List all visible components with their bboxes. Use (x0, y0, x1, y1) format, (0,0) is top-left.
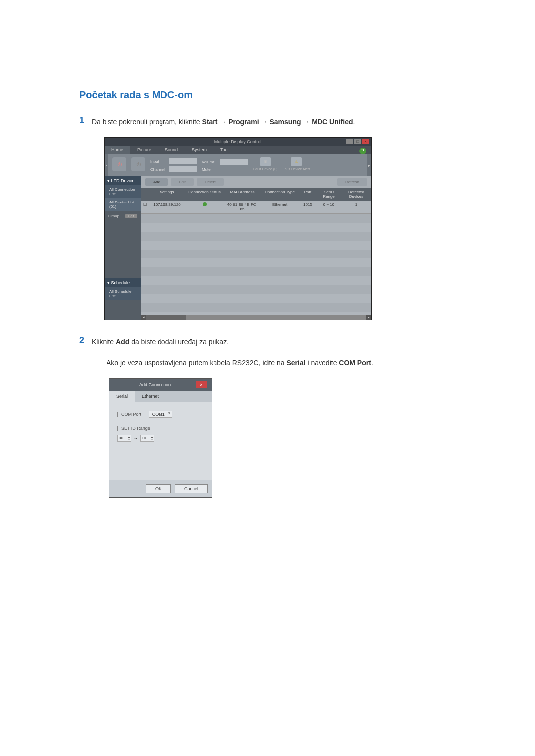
th-port: Port (299, 188, 317, 201)
step-1-prefix: Da biste pokrenuli program, kliknite (92, 118, 202, 126)
channel-field[interactable] (169, 166, 197, 172)
add-button[interactable]: Add (145, 178, 168, 186)
sub-suffix: . (371, 359, 373, 367)
th-setid: SetID Range (317, 188, 341, 201)
step-1: 1 Da biste pokrenuli program, kliknite S… (79, 115, 456, 127)
sep: → (217, 118, 228, 126)
toolbar-right-arrow[interactable]: ▸ (367, 154, 371, 176)
input-channel-group: Input Channel (150, 157, 197, 173)
toolbar-left-arrow[interactable]: ◂ (105, 154, 108, 176)
mdc-window: Multiple Display Control – □ × Home Pict… (104, 137, 372, 320)
maximize-button[interactable]: □ (354, 139, 361, 144)
row-conntype: Ethernet (261, 201, 299, 213)
sub-instruction: Ako je veza uspostavljena putem kabela R… (107, 357, 456, 368)
scroll-thumb[interactable] (146, 315, 186, 320)
group-edit-button[interactable]: Edit (125, 214, 137, 218)
path-start: Start (202, 118, 218, 126)
scroll-left-icon[interactable]: ◂ (141, 315, 146, 320)
th-checkbox (141, 188, 148, 201)
add-connection-screenshot: Add Connection × Serial Ethernet COM Por… (109, 378, 456, 498)
sub-serial: Serial (286, 359, 305, 367)
alert-icon-image: ⚠ (291, 157, 302, 166)
power-off-icon[interactable]: ⏻ (131, 157, 145, 171)
sidebar-all-schedule[interactable]: All Schedule List (105, 287, 141, 300)
th-mac: MAC Address (223, 188, 261, 201)
tab-picture[interactable]: Picture (130, 146, 158, 154)
mdc-body: ▾ LFD Device All Connection List All Dev… (105, 176, 371, 320)
window-title: Multiple Display Control (214, 139, 262, 144)
ok-button[interactable]: OK (146, 484, 171, 493)
sub-comport: COM Port (339, 359, 371, 367)
path-mdc: MDC Unified (312, 118, 353, 126)
sidebar-all-device[interactable]: All Device List (01) (105, 198, 141, 211)
setid-row: SET ID Range 00 ▴▾ ~ 10 ▴▾ (117, 426, 204, 442)
close-button[interactable]: × (362, 139, 369, 144)
row-checkbox[interactable]: ☐ (141, 201, 148, 213)
range-to-spinner[interactable]: 10 ▴▾ (140, 435, 154, 442)
main-tabs: Home Picture Sound System Tool (105, 146, 371, 154)
titlebar: Multiple Display Control – □ × (105, 138, 371, 146)
row-settings: 107.108.89.126 (148, 201, 186, 213)
sidebar-spacer (105, 221, 141, 278)
step-number: 1 (79, 115, 92, 126)
dialog-footer: OK Cancel (109, 480, 212, 497)
main-button-bar: Add Edit Delete Refresh (141, 176, 371, 188)
mdc-main-screenshot: Multiple Display Control – □ × Home Pict… (104, 137, 456, 320)
th-conntype: Connection Type (261, 188, 299, 201)
tab-home[interactable]: Home (105, 146, 130, 154)
edit-button[interactable]: Edit (171, 178, 194, 186)
volume-label: Volume (202, 160, 218, 164)
comport-select[interactable]: COM1 (149, 411, 172, 418)
row-mac: 40-61-86-4E-FC-65 (223, 201, 261, 213)
sidebar: ▾ LFD Device All Connection List All Dev… (105, 176, 141, 320)
horizontal-scrollbar[interactable]: ◂ ▸ (141, 315, 371, 320)
tab-tool[interactable]: Tool (214, 146, 236, 154)
volume-field[interactable] (220, 159, 248, 165)
th-settings: Settings (148, 188, 186, 201)
empty-table-area (141, 214, 371, 315)
tab-serial[interactable]: Serial (109, 391, 135, 402)
range-separator: ~ (134, 436, 137, 441)
dialog-close-button[interactable]: × (196, 381, 207, 388)
step-2-prefix: Kliknite (92, 338, 116, 346)
sidebar-group-row: Group Edit (105, 211, 141, 221)
fault-alert-icon[interactable]: ⚠ Fault Device Alert (282, 157, 310, 173)
dialog-tabs: Serial Ethernet (109, 391, 212, 402)
path-samsung: Samsung (269, 118, 301, 126)
step-2: 2 Kliknite Add da biste dodali uređaj za… (79, 335, 456, 347)
scroll-right-icon[interactable]: ▸ (366, 315, 371, 320)
sep: → (301, 118, 312, 126)
page-title: Početak rada s MDC-om (79, 89, 456, 101)
refresh-button[interactable]: Refresh (337, 178, 367, 186)
fault-icon-image: ▣ (260, 157, 271, 166)
channel-label: Channel (150, 167, 167, 172)
sidebar-schedule-header[interactable]: ▾ Schedule (105, 278, 141, 287)
spinner-buttons-icon[interactable]: ▴▾ (151, 436, 153, 441)
cancel-button[interactable]: Cancel (175, 484, 208, 493)
tab-ethernet[interactable]: Ethernet (135, 391, 165, 402)
sidebar-lfd-header[interactable]: ▾ LFD Device (105, 176, 141, 185)
input-label: Input (150, 159, 167, 164)
status-dot-icon (203, 202, 207, 206)
input-select[interactable] (169, 158, 197, 164)
range-to-value: 10 (142, 436, 146, 441)
tab-system[interactable]: System (185, 146, 214, 154)
mute-label: Mute (202, 167, 218, 172)
power-on-icon[interactable]: ⏻ (112, 157, 126, 171)
setid-label: SET ID Range (117, 426, 204, 431)
sidebar-all-connection[interactable]: All Connection List (105, 185, 141, 198)
row-detected: 1 (341, 201, 371, 213)
sep: → (259, 118, 270, 126)
group-label: Group (108, 214, 119, 218)
delete-button[interactable]: Delete (197, 178, 224, 186)
window-controls: – □ × (346, 139, 369, 144)
range-from-spinner[interactable]: 00 ▴▾ (117, 435, 131, 442)
th-connstatus: Connection Status (186, 188, 223, 201)
table-row[interactable]: ☐ 107.108.89.126 40-61-86-4E-FC-65 Ether… (141, 201, 371, 214)
minimize-button[interactable]: – (346, 139, 353, 144)
tab-sound[interactable]: Sound (158, 146, 185, 154)
main-panel: Add Edit Delete Refresh Settings Connect… (141, 176, 371, 320)
row-connstatus (186, 201, 223, 213)
fault-device-icon[interactable]: ▣ Fault Device (0) (253, 157, 277, 173)
spinner-buttons-icon[interactable]: ▴▾ (128, 436, 130, 441)
